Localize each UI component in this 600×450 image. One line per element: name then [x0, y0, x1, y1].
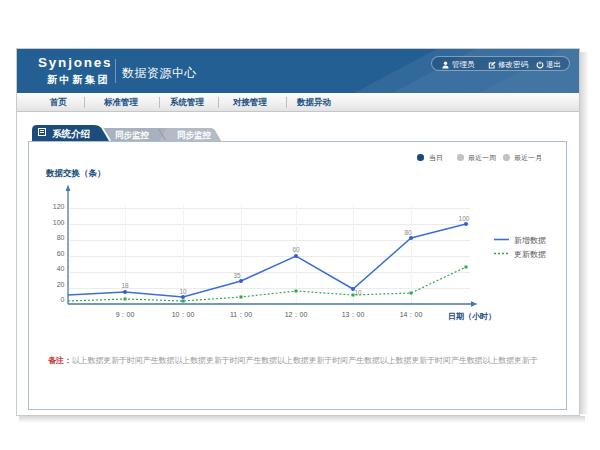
svg-text:新增数据: 新增数据 [514, 236, 546, 245]
svg-text:120: 120 [53, 203, 65, 210]
svg-text:100: 100 [459, 215, 470, 222]
svg-text:14：00: 14：00 [400, 311, 423, 318]
svg-text:60: 60 [292, 246, 300, 253]
svg-text:40: 40 [57, 265, 65, 272]
svg-text:80: 80 [57, 234, 65, 241]
svg-text:100: 100 [53, 219, 65, 226]
svg-text:12：00: 12：00 [285, 311, 308, 318]
svg-text:20: 20 [57, 281, 65, 288]
svg-text:10：00: 10：00 [172, 311, 195, 318]
svg-text:35: 35 [233, 272, 241, 279]
svg-text:更新数据: 更新数据 [514, 250, 546, 259]
svg-text:13：00: 13：00 [342, 311, 365, 318]
svg-text:10: 10 [179, 288, 187, 295]
svg-text:10: 10 [354, 289, 362, 296]
svg-text:60: 60 [57, 250, 65, 257]
svg-text:11：00: 11：00 [230, 311, 252, 318]
svg-text:80: 80 [404, 229, 412, 236]
svg-text:18: 18 [121, 282, 129, 289]
svg-text:0: 0 [61, 296, 65, 303]
svg-text:9：00: 9：00 [116, 311, 135, 318]
